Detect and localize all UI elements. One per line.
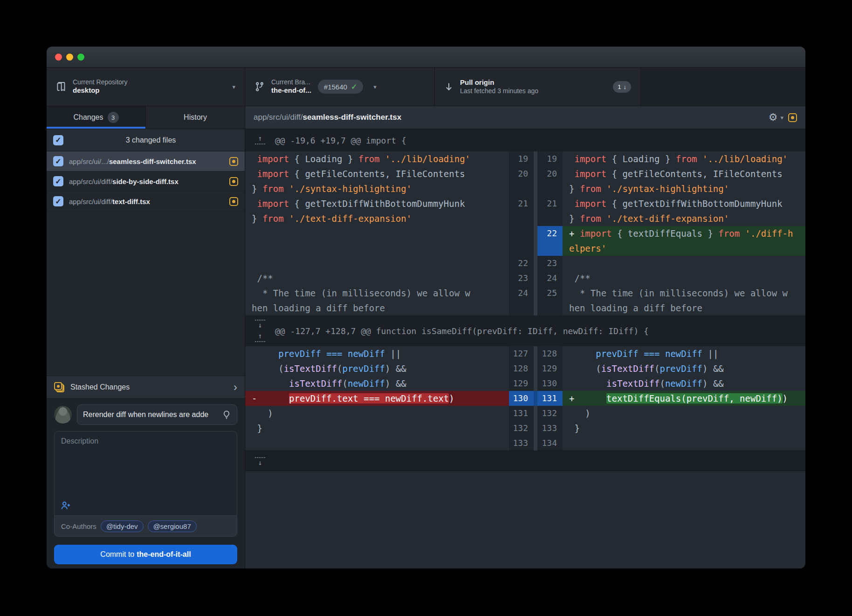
code-line: hen loading a diff before bbox=[569, 301, 805, 315]
description-input[interactable]: Description bbox=[54, 431, 237, 516]
chevron-right-icon: › bbox=[234, 382, 237, 393]
behind-count-badge: 1↓ bbox=[613, 81, 631, 93]
gutter-divider bbox=[534, 286, 537, 315]
code-line bbox=[569, 436, 805, 451]
old-line-number[interactable]: 22 bbox=[509, 256, 534, 271]
expand-down-icon[interactable]: ↓ bbox=[255, 456, 265, 466]
file-name: text-diff.tsx bbox=[112, 198, 150, 205]
old-line-number[interactable]: 131 bbox=[509, 406, 534, 421]
old-line-number[interactable]: 129 bbox=[509, 376, 534, 391]
code-cell: import { Loading } from '../lib/loading' bbox=[563, 151, 805, 166]
new-line-number[interactable]: 21 bbox=[537, 196, 563, 226]
new-line-number[interactable]: 130 bbox=[537, 376, 563, 391]
code-line: } bbox=[252, 421, 509, 436]
file-name: seamless-diff-switcher.tsx bbox=[109, 157, 196, 165]
chevron-down-icon[interactable]: ▾ bbox=[780, 114, 783, 121]
new-line-number[interactable]: 128 bbox=[537, 346, 563, 361]
lightbulb-icon[interactable] bbox=[222, 410, 231, 420]
tab-history[interactable]: History bbox=[146, 106, 245, 129]
coauthor-pill[interactable]: @sergiou87 bbox=[148, 520, 197, 532]
old-line-number[interactable]: 133 bbox=[509, 436, 534, 451]
old-line-number[interactable]: 132 bbox=[509, 421, 534, 436]
code-line: } from './syntax-highlighting' bbox=[252, 181, 509, 196]
commit-button[interactable]: Commit to the-end-of-it-all bbox=[54, 545, 237, 564]
expand-up-icon[interactable]: ↑ bbox=[255, 333, 265, 343]
code-line: * The time (in milliseconds) we allow w bbox=[569, 286, 805, 301]
code-cell: import { getFileContents, IFileContents}… bbox=[563, 166, 805, 196]
code-line: import { getFileContents, IFileContents bbox=[569, 166, 805, 181]
old-line-number[interactable]: 20 bbox=[509, 166, 534, 196]
new-line-number[interactable]: 25 bbox=[537, 286, 563, 315]
code-cell: } bbox=[563, 421, 805, 436]
file-checkbox[interactable]: ✓ bbox=[53, 196, 63, 206]
new-line-number[interactable]: 131 bbox=[537, 391, 563, 406]
old-line-number[interactable]: 23 bbox=[509, 271, 534, 286]
new-line-number[interactable]: 134 bbox=[537, 436, 563, 451]
diff-row: - prevDiff.text === newDiff.text)130131+… bbox=[245, 391, 805, 406]
old-line-number[interactable]: 24 bbox=[509, 286, 534, 315]
stashed-changes-row[interactable]: Stashed Changes › bbox=[47, 376, 245, 399]
diff-empty-area bbox=[245, 471, 805, 568]
diff-row: /**2324 /** bbox=[245, 271, 805, 286]
summary-value: Rerender diff when newlines are adde bbox=[83, 411, 218, 419]
code-line: (isTextDiff(prevDiff) && bbox=[569, 361, 805, 376]
modified-icon bbox=[229, 157, 238, 166]
code-line: prevDiff === newDiff || bbox=[569, 346, 805, 361]
code-line bbox=[252, 436, 509, 451]
new-line-number[interactable]: 24 bbox=[537, 271, 563, 286]
toolbar-spacer bbox=[641, 68, 805, 106]
pr-status-badge[interactable]: #15640 ✓ bbox=[318, 80, 363, 94]
minimize-button[interactable] bbox=[66, 54, 73, 61]
file-row[interactable]: ✓ app/src/ui/diff/side-by-side-diff.tsx bbox=[47, 171, 245, 192]
new-line-number[interactable]: 19 bbox=[537, 151, 563, 166]
file-checkbox[interactable]: ✓ bbox=[53, 156, 63, 166]
old-line-number[interactable]: 19 bbox=[509, 151, 534, 166]
old-line-number[interactable]: 128 bbox=[509, 361, 534, 376]
file-list-empty-area bbox=[47, 212, 245, 376]
code-line: ) bbox=[252, 406, 509, 421]
expand-down-icon[interactable]: ↓ bbox=[255, 318, 265, 329]
new-line-number[interactable]: 23 bbox=[537, 256, 563, 271]
file-checkbox[interactable]: ✓ bbox=[53, 176, 63, 186]
gutter-divider bbox=[534, 406, 537, 421]
select-all-checkbox[interactable]: ✓ bbox=[53, 135, 63, 145]
summary-input[interactable]: Rerender diff when newlines are adde bbox=[77, 404, 237, 425]
close-button[interactable] bbox=[55, 54, 62, 61]
file-row[interactable]: ✓ app/src/ui/diff/text-diff.tsx bbox=[47, 192, 245, 212]
new-line-number[interactable]: 132 bbox=[537, 406, 563, 421]
coauthor-pill[interactable]: @tidy-dev bbox=[101, 520, 144, 532]
diff-row: )131132 ) bbox=[245, 406, 805, 421]
tab-changes[interactable]: Changes 3 bbox=[47, 106, 146, 129]
code-cell: * The time (in milliseconds) we allow wh… bbox=[245, 286, 509, 315]
old-line-number[interactable]: 21 bbox=[509, 196, 534, 226]
new-line-number[interactable]: 133 bbox=[537, 421, 563, 436]
new-line-number[interactable]: 20 bbox=[537, 166, 563, 196]
code-line: + import { textDiffEquals } from './diff… bbox=[569, 226, 805, 241]
old-line-number[interactable]: 127 bbox=[509, 346, 534, 361]
branch-picker[interactable]: Current Bra... the-end-of... #15640 ✓ ▾ bbox=[245, 68, 435, 106]
file-row[interactable]: ✓ app/src/ui/.../seamless-diff-switcher.… bbox=[47, 151, 245, 171]
code-cell: import { Loading } from '../lib/loading' bbox=[245, 151, 509, 166]
code-line: } from './syntax-highlighting' bbox=[569, 181, 805, 196]
expand-up-icon[interactable]: ↑ bbox=[255, 135, 265, 146]
gutter-divider bbox=[534, 256, 537, 271]
add-coauthor-icon[interactable] bbox=[60, 500, 71, 511]
coauthors-label: Co-Authors bbox=[61, 522, 96, 530]
code-cell bbox=[245, 226, 509, 256]
code-line: /** bbox=[569, 271, 805, 286]
old-line-number[interactable]: 130 bbox=[509, 391, 534, 406]
pull-origin-button[interactable]: Pull origin Last fetched 3 minutes ago 1… bbox=[435, 68, 641, 106]
check-icon: ✓ bbox=[351, 82, 357, 91]
sidebar: Changes 3 History ✓ 3 changed files ✓ ap… bbox=[47, 106, 245, 568]
code-cell: prevDiff === newDiff || bbox=[563, 346, 805, 361]
new-line-number[interactable]: 129 bbox=[537, 361, 563, 376]
new-line-number[interactable]: 22 bbox=[537, 226, 563, 256]
zoom-button[interactable] bbox=[77, 54, 84, 61]
gear-icon[interactable]: ⚙ bbox=[769, 112, 778, 123]
code-line bbox=[569, 256, 805, 271]
old-line-number[interactable] bbox=[509, 226, 534, 256]
repository-picker[interactable]: Current Repository desktop ▾ bbox=[47, 68, 245, 106]
code-line: prevDiff === newDiff || bbox=[252, 346, 509, 361]
code-cell: } bbox=[245, 421, 509, 436]
gutter-divider bbox=[534, 391, 537, 406]
